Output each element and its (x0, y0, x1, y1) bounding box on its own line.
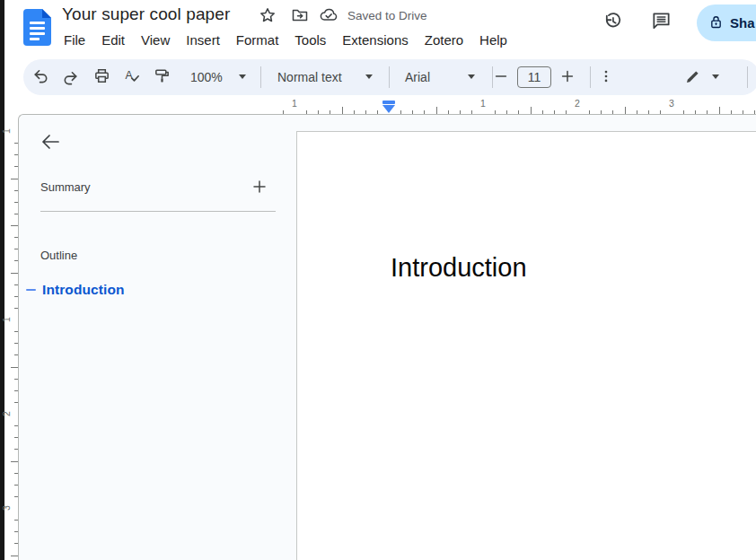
ruler-number: 2 (1, 411, 12, 416)
ruler-tick (719, 107, 720, 114)
pencil-icon (684, 67, 702, 88)
zoom-select[interactable]: 100% (190, 59, 223, 95)
share-button-label: Sha (730, 15, 755, 31)
menu-tools[interactable]: Tools (286, 29, 334, 50)
ruler-tick (11, 556, 18, 556)
saved-status-text: Saved to Drive (347, 9, 427, 22)
ruler-tick (11, 273, 18, 274)
ruler-number: 3 (1, 505, 12, 511)
ruler-number: 1 (1, 128, 12, 134)
docs-logo-fold (42, 9, 51, 18)
menu-extensions[interactable]: Extensions (334, 29, 416, 50)
ruler-tick (11, 461, 18, 462)
star-icon (259, 6, 277, 27)
plus-icon (252, 179, 267, 197)
star-button[interactable] (257, 5, 278, 27)
paint-format-button[interactable] (150, 66, 173, 89)
font-select[interactable]: Arial (405, 59, 430, 95)
ruler-number: 1 (1, 317, 12, 322)
ruler-number: 3 (669, 98, 674, 109)
ruler-tick (625, 107, 626, 114)
menu-file[interactable]: File (56, 29, 93, 50)
back-arrow-icon (40, 131, 61, 155)
toolbar-divider (747, 66, 748, 88)
toolbar-divider (590, 66, 591, 88)
vertical-dots-icon (598, 68, 614, 87)
zoom-caret-icon[interactable] (239, 74, 246, 79)
toolbar-divider (260, 66, 261, 88)
svg-text:A: A (125, 69, 133, 82)
summary-label: Summary (40, 180, 91, 194)
ruler-number: 1 (480, 98, 486, 109)
outline-item-label[interactable]: Introduction (42, 282, 125, 298)
editing-mode-caret-icon[interactable] (712, 74, 719, 79)
print-button[interactable] (90, 66, 113, 89)
add-summary-button[interactable] (251, 179, 268, 197)
font-size-input[interactable]: 11 (517, 66, 551, 88)
folder-move-icon (291, 6, 309, 27)
undo-icon (32, 67, 49, 87)
minus-icon (493, 68, 509, 87)
ruler-tick (531, 107, 532, 114)
menu-zotero[interactable]: Zotero (417, 29, 471, 50)
ruler-tick (436, 107, 437, 114)
document-page[interactable] (296, 131, 756, 560)
ruler-number: 1 (292, 98, 297, 109)
outline-item-introduction[interactable]: Introduction (26, 282, 125, 298)
spellcheck-icon: A (124, 67, 141, 87)
comment-icon (651, 11, 672, 34)
ruler-tick (342, 107, 343, 114)
sidebar-divider (40, 211, 276, 212)
spelling-check-button[interactable]: A (120, 66, 144, 89)
decrease-font-size-button[interactable] (489, 66, 513, 89)
ruler-tick (11, 367, 18, 368)
undo-button[interactable] (29, 66, 52, 89)
menubar: File Edit View Insert Format Tools Exten… (56, 29, 515, 50)
ruler-tick (11, 225, 18, 226)
ruler-number: 2 (575, 98, 580, 109)
menu-format[interactable]: Format (228, 29, 287, 50)
more-options-button[interactable] (594, 66, 618, 89)
document-heading[interactable]: Introduction (391, 252, 527, 283)
paragraph-style-select[interactable]: Normal text (277, 59, 342, 95)
toolbar-divider (389, 66, 390, 88)
style-caret-icon[interactable] (365, 74, 373, 79)
docs-logo-icon[interactable] (23, 9, 51, 46)
increase-font-size-button[interactable] (556, 66, 579, 89)
history-clock-icon (602, 11, 623, 34)
comments-button[interactable] (650, 12, 672, 33)
paint-roller-icon (154, 67, 171, 87)
redo-button[interactable] (58, 66, 82, 89)
share-button[interactable]: Sha (697, 4, 756, 41)
outline-label: Outline (40, 249, 77, 262)
vertical-ruler[interactable]: 1123 (0, 114, 18, 560)
menu-help[interactable]: Help (471, 29, 515, 50)
document-title[interactable]: Your super cool paper (62, 4, 230, 24)
print-icon (93, 67, 110, 87)
menu-view[interactable]: View (133, 29, 178, 50)
first-line-indent-marker[interactable] (382, 101, 395, 104)
version-history-button[interactable] (602, 12, 623, 33)
ruler-tick (11, 179, 18, 179)
plus-icon (559, 68, 576, 87)
cloud-saved-icon (319, 5, 338, 28)
font-caret-icon[interactable] (468, 74, 475, 79)
left-indent-marker[interactable] (382, 105, 395, 113)
redo-icon (62, 69, 79, 86)
editing-mode-button[interactable] (681, 66, 705, 89)
move-button[interactable] (289, 5, 311, 27)
outline-active-dash-icon (26, 289, 36, 292)
menu-edit[interactable]: Edit (93, 29, 133, 50)
lock-icon (708, 14, 724, 32)
indent-marker[interactable] (382, 101, 395, 113)
document-status-button[interactable] (318, 5, 339, 27)
close-outline-button[interactable] (38, 130, 63, 155)
menu-insert[interactable]: Insert (178, 29, 228, 50)
